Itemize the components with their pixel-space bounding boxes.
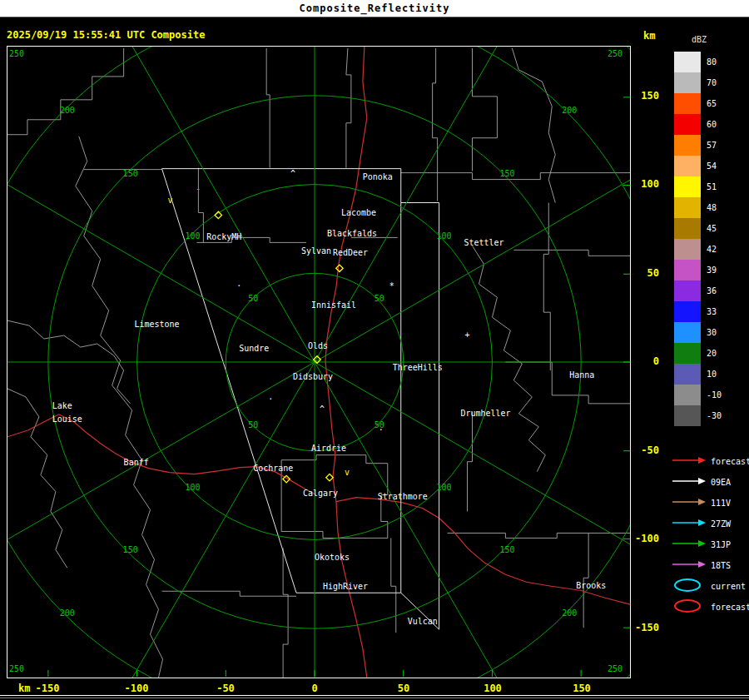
range-ring-label: 150: [499, 545, 514, 554]
boundary-path: [505, 362, 630, 404]
boundary-path: [283, 548, 288, 678]
right-axis-label: 0: [631, 355, 659, 367]
colorbar: 80706560575451484542393633302010-10-30: [674, 52, 722, 426]
legend-label: 09EA: [711, 478, 731, 487]
city-label: Sundre: [239, 344, 269, 353]
colorbar-entry: 39: [674, 260, 722, 280]
range-ring-label: 250: [9, 49, 24, 58]
city-label: Hanna: [569, 370, 594, 380]
city-label: HighRiver: [323, 582, 368, 591]
colorbar-swatch: [674, 364, 701, 385]
marker-glyph: ^: [320, 405, 325, 414]
boundary-path: [401, 173, 630, 180]
colorbar-entry: 42: [674, 239, 722, 260]
city-label: Ponoka: [363, 172, 393, 181]
city-label: ThreeHills: [393, 363, 443, 372]
range-ring-label: 250: [608, 49, 623, 58]
colorbar-value: 60: [707, 120, 717, 129]
radar-map-canvas: 5050505010010010010015015015015020020020…: [7, 47, 630, 678]
colorbar-value: 51: [707, 182, 717, 191]
boundary-path: [266, 48, 270, 168]
bottom-separator-line: [0, 695, 749, 696]
colorbar-value: 39: [707, 266, 717, 275]
ellipse-icon: [671, 578, 711, 596]
range-ring-label: 200: [562, 106, 577, 115]
right-axis-label: 50: [631, 267, 659, 279]
colorbar-entry: 10: [674, 364, 722, 385]
city-label: RedDeer: [333, 248, 368, 257]
right-axis-label: -50: [631, 444, 659, 456]
boundary-path: [346, 48, 351, 168]
legend-label: 31JP: [711, 540, 731, 549]
colorbar-swatch: [674, 322, 701, 343]
marker-glyph: v: [345, 468, 350, 477]
colorbar-entry: 65: [674, 93, 722, 114]
colorbar-entry: 80: [674, 52, 722, 72]
range-ring-label: 150: [123, 545, 138, 554]
bottom-separator-line-2: [0, 698, 749, 698]
right-axis-label: -150: [631, 622, 659, 633]
legend-item: 111V: [671, 493, 749, 514]
range-ring-label: 100: [437, 483, 452, 492]
range-ring-label: 200: [60, 106, 75, 115]
boundary-path: [7, 48, 124, 135]
colorbar-entry: 48: [674, 197, 722, 218]
city-label: Louise: [52, 415, 82, 424]
city-label: Innisfail: [311, 300, 356, 310]
bottom-axis-label: 0: [311, 683, 317, 694]
colorbar-value: 42: [707, 245, 717, 254]
marker-glyph: .: [236, 279, 241, 288]
marker-glyph: -: [196, 184, 201, 193]
colorbar-swatch: [674, 72, 701, 93]
legend-label: 18TS: [711, 561, 731, 570]
colorbar-value: 33: [707, 307, 717, 316]
colorbar-entry: 60: [674, 114, 722, 135]
colorbar-value: -30: [707, 411, 722, 420]
colorbar-entry: 36: [674, 280, 722, 301]
boundary-path: [448, 533, 630, 538]
arrow-icon: [671, 495, 711, 511]
range-ring-label: 200: [60, 608, 75, 618]
range-ring-label: 100: [185, 483, 200, 492]
range-ring-label: 250: [9, 664, 24, 673]
colorbar-value: 45: [707, 224, 717, 233]
right-axis-label: -100: [631, 533, 659, 544]
colorbar-value: 57: [707, 141, 717, 150]
right-axis-label: 150: [631, 90, 659, 102]
range-ring-label: 150: [123, 169, 138, 178]
legend-item: 18TS: [671, 555, 749, 576]
legend-item: 31JP: [671, 534, 749, 555]
city-label: Cochrane: [253, 464, 293, 473]
boundary-path: [391, 538, 396, 633]
colorbar-swatch: [674, 385, 701, 405]
colorbar-swatch: [674, 343, 701, 364]
arrow-icon: [671, 537, 711, 553]
colorbar-entry: 51: [674, 176, 722, 197]
colorbar-value: 48: [707, 203, 717, 212]
legend-item: current: [671, 576, 749, 597]
arrow-icon: [671, 454, 711, 469]
colorbar-swatch: [674, 280, 701, 301]
boundary-path: [468, 412, 473, 512]
city-label: Lacombe: [341, 208, 376, 217]
window-title-bar[interactable]: Composite_Reflectivity: [0, 0, 749, 17]
city-label: Banff: [124, 458, 149, 467]
radar-map[interactable]: 5050505010010010010015015015015020020020…: [7, 46, 631, 678]
diamond-marker: [336, 265, 343, 271]
arrow-icon: [671, 558, 711, 573]
city-label: Drumheller: [461, 409, 511, 418]
colorbar-swatch: [674, 156, 701, 176]
city-label: Okotoks: [315, 553, 350, 562]
legend: forecast09EA111V27ZW31JP18TScurrentforec…: [671, 451, 749, 618]
colorbar-swatch: [674, 239, 701, 260]
city-label: Stettler: [464, 238, 504, 247]
bottom-axis-label: -100: [125, 683, 149, 694]
bottom-axis-label: -50: [216, 683, 235, 694]
legend-label: current: [711, 582, 746, 591]
legend-label: 111V: [711, 499, 731, 508]
city-label: Calgary: [303, 489, 338, 498]
colorbar-entry: 30: [674, 322, 722, 343]
range-ring-label: 50: [248, 420, 258, 429]
city-label: Strathmore: [378, 492, 428, 501]
legend-item: forecast: [671, 451, 749, 472]
